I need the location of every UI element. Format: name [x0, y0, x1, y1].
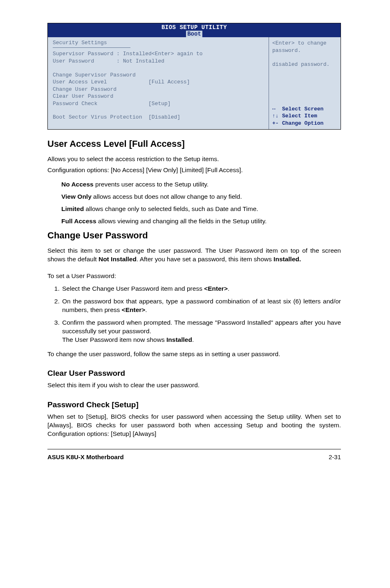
- plus-minus-icon: +-: [272, 120, 282, 127]
- cup-p2: To set a User Password:: [47, 272, 341, 281]
- password-check-label: Password Check: [53, 101, 97, 107]
- step-3: Confirm the password when prompted. The …: [61, 319, 341, 344]
- user-access-level-value: [Full Access]: [148, 79, 190, 85]
- step-2: On the password box that appears, type a…: [61, 297, 341, 314]
- footer-product: ASUS K8U-X Motherboard: [47, 453, 124, 460]
- password-check-item[interactable]: Password Check [Setup]: [53, 100, 264, 108]
- cup-p1: Select this item to set or change the us…: [47, 247, 341, 264]
- bios-active-tab: Boot: [186, 31, 202, 37]
- footer-page-number: 2-31: [329, 453, 341, 460]
- nav-select-screen: Select Screen: [282, 106, 323, 112]
- user-access-level-label: User Access Level: [53, 79, 107, 85]
- def-full-access-text: allows viewing and changing all the fiel…: [96, 218, 267, 224]
- bios-body: Security Settings Supervisor Password : …: [48, 37, 341, 129]
- ual-heading: User Access Level [Full Access]: [47, 139, 341, 149]
- clear-user-password-item[interactable]: Clear User Password: [53, 93, 264, 100]
- def-no-access: No Access prevents user access to the Se…: [47, 180, 341, 189]
- cup-heading: Change User Password: [47, 230, 341, 241]
- page-footer: ASUS K8U-X Motherboard 2-31: [47, 449, 341, 460]
- password-check-value: [Setup]: [148, 101, 171, 107]
- nav-select-item: Select Item: [282, 113, 317, 119]
- bios-left-panel: Security Settings Supervisor Password : …: [48, 37, 269, 129]
- supervisor-password-row: Supervisor Password : Installed<Enter> a…: [53, 50, 264, 58]
- help-line-3: disabled password.: [272, 61, 337, 68]
- def-view-only-term: View Only: [61, 193, 92, 200]
- pwc-p: When set to [Setup], BIOS checks for use…: [47, 413, 341, 438]
- nav-change-option: Change Option: [282, 120, 323, 126]
- user-password-row: User Password : Not Installed: [53, 58, 264, 65]
- set-user-password-steps: Select the Change User Password item and…: [47, 285, 341, 344]
- bios-title: BIOS SETUP UTILITY: [161, 24, 227, 31]
- bios-header: BIOS SETUP UTILITY Boot: [48, 23, 341, 37]
- change-user-password-item[interactable]: Change User Password: [53, 86, 264, 93]
- page: BIOS SETUP UTILITY Boot Security Setting…: [0, 0, 390, 485]
- clr-heading: Clear User Password: [47, 369, 341, 378]
- section-divider: [53, 47, 130, 48]
- boot-sector-virus-label: Boot Sector Virus Protection: [53, 114, 142, 120]
- help-line-2: password.: [272, 47, 337, 54]
- ual-p1: Allows you to select the access restrict…: [47, 155, 341, 164]
- boot-sector-virus-value: [Disabled]: [148, 114, 180, 120]
- def-full-access: Full Access allows viewing and changing …: [47, 216, 341, 226]
- bios-tab-row: Boot: [48, 31, 341, 37]
- def-view-only-text: allows access but does not allow change …: [92, 193, 242, 200]
- pwc-heading: Password Check [Setup]: [47, 400, 341, 409]
- def-view-only: View Only allows access but does not all…: [47, 192, 341, 202]
- help-line-1: <Enter> to change: [272, 40, 337, 47]
- def-limited: Limited allows change only to selected f…: [47, 204, 341, 214]
- def-limited-term: Limited: [61, 205, 84, 212]
- step-1: Select the Change User Password item and…: [61, 285, 341, 293]
- bios-help-panel: <Enter> to change password. disabled pas…: [269, 37, 341, 129]
- def-limited-text: allows change only to selected fields, s…: [84, 205, 258, 212]
- left-right-arrow-icon: ↔: [272, 105, 282, 113]
- cup-p3: To change the user password, follow the …: [47, 350, 341, 359]
- user-access-level-item[interactable]: User Access Level [Full Access]: [53, 79, 264, 86]
- nav-help: ↔Select Screen ↑↓Select Item +-Change Op…: [272, 98, 337, 127]
- change-supervisor-password-item[interactable]: Change Supervisor Password: [53, 72, 264, 79]
- up-down-arrow-icon: ↑↓: [272, 112, 282, 120]
- def-no-access-term: No Access: [61, 181, 94, 188]
- def-no-access-text: prevents user access to the Setup utilit…: [94, 181, 208, 188]
- security-settings-heading: Security Settings: [53, 40, 264, 46]
- bios-screenshot: BIOS SETUP UTILITY Boot Security Setting…: [47, 23, 341, 130]
- ual-p2: Configuration options: [No Access] [View…: [47, 166, 341, 175]
- access-definitions: No Access prevents user access to the Se…: [47, 180, 341, 226]
- def-full-access-term: Full Access: [61, 218, 96, 224]
- clr-p: Select this item if you wish to clear th…: [47, 381, 341, 390]
- boot-sector-virus-item[interactable]: Boot Sector Virus Protection [Disabled]: [53, 114, 264, 121]
